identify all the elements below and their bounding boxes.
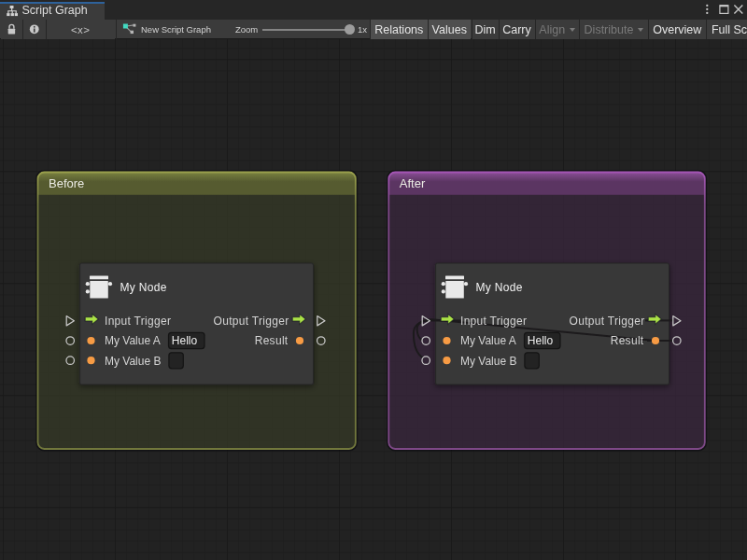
svg-text:My Value B: My Value B	[105, 355, 161, 368]
svg-text:Result: Result	[611, 334, 644, 347]
svg-text:My Node: My Node	[476, 281, 523, 294]
svg-text:Input Trigger: Input Trigger	[460, 315, 527, 328]
svg-text:Output Trigger: Output Trigger	[214, 315, 289, 328]
svg-text:My Value A: My Value A	[460, 334, 516, 347]
svg-text:Input Trigger: Input Trigger	[105, 315, 171, 328]
svg-text:My Node: My Node	[120, 281, 167, 294]
svg-text:My Value A: My Value A	[105, 334, 161, 347]
svg-text:Before: Before	[49, 176, 84, 190]
svg-text:Hello: Hello	[528, 334, 554, 347]
svg-text:Output Trigger: Output Trigger	[570, 315, 645, 328]
svg-text:Hello: Hello	[172, 334, 198, 347]
svg-text:Result: Result	[255, 334, 289, 347]
svg-text:After: After	[400, 176, 426, 190]
svg-text:My Value B: My Value B	[460, 355, 516, 368]
